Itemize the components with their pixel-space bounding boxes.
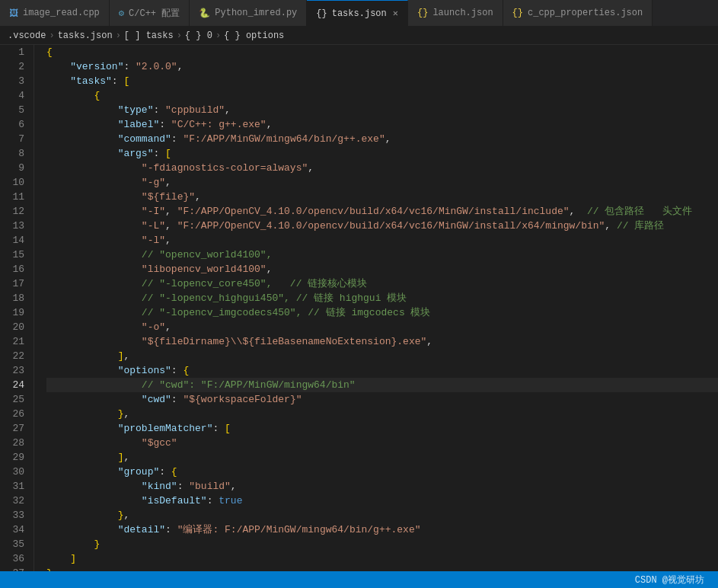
code-line: // "-lopencv_core450", // 链接核心模块: [46, 276, 718, 291]
code-line: "label": "C/C++: g++.exe",: [46, 117, 718, 132]
code-token: ]: [70, 553, 76, 564]
code-token: [: [123, 75, 129, 87]
code-token: // 库路径: [617, 220, 664, 232]
code-line: "-I", "F:/APP/OpenCV_4.10.0/opencv/build…: [46, 204, 718, 219]
breadcrumb-item-tasks-arr[interactable]: [ ] tasks: [124, 30, 174, 41]
code-token: "detail": [118, 524, 165, 535]
code-token: [46, 452, 118, 463]
code-token: {: [94, 90, 100, 101]
line-number: 28: [0, 436, 24, 450]
code-token: ,: [195, 191, 201, 203]
line-number: 35: [0, 537, 24, 551]
line-number: 33: [0, 508, 24, 522]
code-token: :: [177, 481, 190, 492]
breadcrumb-item-tasks[interactable]: tasks.json: [58, 30, 113, 41]
line-number: 29: [0, 450, 24, 465]
code-token: [46, 336, 142, 347]
code-token: :: [159, 119, 171, 130]
code-token: "${workspaceFolder}": [183, 394, 302, 405]
code-line: }: [46, 566, 718, 571]
code-token: :: [165, 524, 177, 535]
code-token: [46, 191, 142, 203]
editor: 1234567891011121314151617181920212223242…: [0, 45, 718, 571]
code-token: "-I": [142, 206, 165, 217]
code-token: "-fdiagnostics-color=always": [142, 162, 308, 174]
code-token: "args": [118, 148, 154, 159]
code-token: ,: [123, 408, 129, 420]
code-token: "$gcc": [142, 437, 177, 449]
code-token: "group": [118, 466, 160, 478]
code-line: "type": "cppbuild",: [46, 103, 718, 117]
code-token: [46, 350, 118, 362]
line-number: 26: [0, 407, 24, 421]
code-token: [46, 307, 142, 318]
code-token: [46, 119, 118, 130]
code-content[interactable]: { "version": "2.0.0", "tasks": [ { "type…: [34, 45, 718, 571]
tab-icon-image-read: 🖼: [9, 8, 18, 19]
line-number: 27: [0, 421, 24, 436]
line-number: 11: [0, 190, 24, 204]
tab-tasks-json[interactable]: {} tasks.json ✕: [307, 0, 408, 26]
tab-cpp-config[interactable]: ⚙ C/C++ 配置: [110, 0, 190, 26]
code-line: "detail": "编译器: F:/APP/MinGW/mingw64/bin…: [46, 522, 718, 537]
line-number: 21: [0, 334, 24, 349]
code-token: [46, 264, 142, 275]
code-token: [46, 321, 142, 333]
code-token: [46, 75, 70, 87]
line-number: 31: [0, 479, 24, 494]
code-token: }: [46, 567, 53, 571]
tab-c-cpp-properties[interactable]: {} c_cpp_properties.json: [503, 0, 653, 26]
line-numbers: 1234567891011121314151617181920212223242…: [0, 45, 34, 571]
breadcrumb-item-vscode[interactable]: .vscode: [8, 30, 46, 41]
tab-python-imred[interactable]: 🐍 Python_imred.py: [190, 0, 307, 26]
code-line: }: [46, 537, 718, 551]
code-line: "tasks": [: [46, 74, 718, 88]
code-line: ]: [46, 551, 718, 566]
code-token: [46, 524, 118, 535]
code-token: ,: [165, 321, 171, 333]
breadcrumb-item-0[interactable]: { } 0: [185, 30, 212, 41]
code-token: [: [165, 148, 171, 159]
code-token: "-o": [142, 321, 165, 333]
breadcrumb-item-options[interactable]: { } options: [224, 30, 284, 41]
code-line: // "cwd": "F:/APP/MinGW/mingw64/bin": [46, 378, 718, 392]
line-number: 8: [0, 146, 24, 161]
code-line: "${file}",: [46, 190, 718, 204]
code-token: ,: [385, 133, 391, 145]
code-token: "2.0.0": [136, 61, 177, 72]
code-token: ,: [177, 61, 183, 72]
code-token: "${fileDirname}\\${fileBasenameNoExtensi…: [142, 336, 426, 347]
tab-image-read[interactable]: 🖼 image_read.cpp: [0, 0, 110, 26]
code-token: "cwd": [142, 394, 171, 405]
code-line: "libopencv_world4100",: [46, 262, 718, 276]
breadcrumb-sep-4: ›: [215, 30, 221, 41]
code-line: "command": "F:/APP/MinGW/mingw64/bin/g++…: [46, 132, 718, 146]
code-token: ,: [225, 104, 231, 116]
code-line: "-L", "F:/APP/OpenCV_4.10.0/opencv/build…: [46, 219, 718, 233]
code-token: [46, 104, 118, 116]
tab-label-tasks-json: tasks.json: [332, 8, 387, 19]
tab-close-tasks-json[interactable]: ✕: [393, 8, 398, 19]
line-number: 20: [0, 320, 24, 334]
status-bar: CSDN @视觉研坊: [0, 571, 718, 588]
line-number: 19: [0, 305, 24, 320]
code-token: [46, 495, 142, 507]
line-number: 22: [0, 349, 24, 363]
line-number: 13: [0, 219, 24, 233]
code-token: [46, 365, 118, 376]
code-token: :: [153, 148, 165, 159]
line-number: 24: [0, 378, 24, 392]
code-token: [46, 278, 142, 289]
code-line: "group": {: [46, 465, 718, 479]
code-token: :: [112, 75, 124, 87]
code-token: [: [225, 423, 231, 434]
code-token: [46, 379, 142, 391]
code-token: ,: [308, 162, 314, 174]
code-line: "isDefault": true: [46, 494, 718, 508]
code-line: // "-lopencv_highgui450", // 链接 highgui …: [46, 291, 718, 305]
code-line: "-fdiagnostics-color=always",: [46, 161, 718, 175]
code-line: // "opencv_world4100",: [46, 248, 718, 262]
tab-launch-json[interactable]: {} launch.json: [408, 0, 503, 26]
code-token: :: [207, 495, 219, 507]
code-line: "${fileDirname}\\${fileBasenameNoExtensi…: [46, 334, 718, 349]
